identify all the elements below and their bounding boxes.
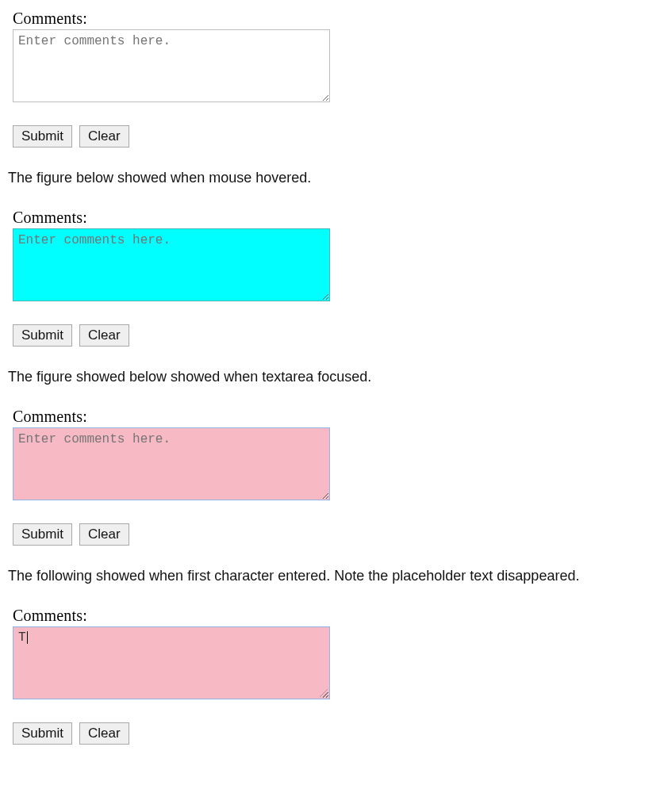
comments-label: Comments:: [13, 209, 656, 227]
comments-textarea-hover[interactable]: [13, 228, 330, 301]
comments-label: Comments:: [13, 10, 656, 28]
clear-button[interactable]: Clear: [79, 523, 129, 546]
submit-button[interactable]: Submit: [13, 324, 72, 347]
resize-handle-icon: [318, 688, 328, 697]
example-default: Comments: Submit Clear: [8, 10, 656, 147]
caption-typed: The following showed when first characte…: [8, 568, 656, 584]
comments-textarea-typed[interactable]: T: [13, 626, 330, 699]
textarea-wrap: T: [8, 626, 330, 699]
submit-button[interactable]: Submit: [13, 722, 72, 745]
comments-textarea[interactable]: [13, 29, 330, 102]
submit-button[interactable]: Submit: [13, 523, 72, 546]
submit-button[interactable]: Submit: [13, 125, 72, 147]
comments-label: Comments:: [13, 607, 656, 625]
clear-button[interactable]: Clear: [79, 324, 129, 347]
text-caret: [27, 631, 28, 644]
button-row: Submit Clear: [13, 722, 656, 745]
clear-button[interactable]: Clear: [79, 125, 129, 147]
caption-hover: The figure below showed when mouse hover…: [8, 170, 656, 186]
textarea-wrap: [8, 228, 330, 301]
svg-line-1: [323, 692, 328, 697]
example-typed: Comments: T Submit Clear: [8, 607, 656, 745]
typed-text-line: T: [18, 630, 324, 645]
typed-char: T: [18, 631, 26, 644]
comments-textarea-focus[interactable]: [13, 427, 330, 500]
button-row: Submit Clear: [13, 125, 656, 147]
textarea-wrap: [8, 427, 330, 500]
example-hover: Comments: Submit Clear: [8, 209, 656, 347]
clear-button[interactable]: Clear: [79, 722, 129, 745]
svg-line-2: [326, 695, 328, 697]
caption-focus: The figure showed below showed when text…: [8, 369, 656, 385]
button-row: Submit Clear: [13, 523, 656, 546]
textarea-wrap: [8, 29, 330, 102]
comments-label: Comments:: [13, 408, 656, 426]
example-focus: Comments: Submit Clear: [8, 408, 656, 546]
button-row: Submit Clear: [13, 324, 656, 347]
svg-line-0: [320, 689, 328, 697]
